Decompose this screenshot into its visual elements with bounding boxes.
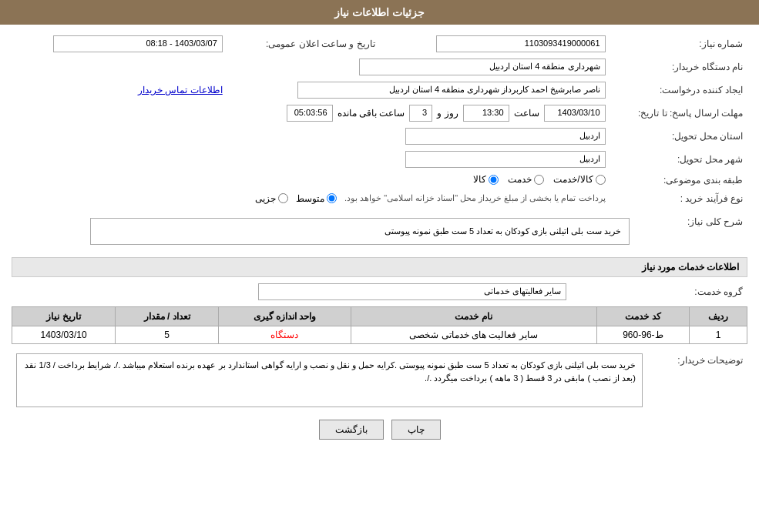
announcement-value: 1403/03/07 - 08:18	[53, 35, 223, 52]
service-group-label: گروه خدمت:	[571, 280, 747, 303]
remaining-label: ساعت باقی مانده	[338, 108, 405, 119]
cell-date: 1403/03/10	[12, 326, 116, 343]
send-time-value: 13:30	[463, 105, 509, 122]
purchase-type-label: نوع فرآیند خرید :	[610, 190, 747, 207]
city-value: اردبیل	[405, 151, 606, 168]
page-title: جزئیات اطلاعات نیاز	[0, 0, 759, 25]
city-label: شهر محل تحویل:	[610, 148, 747, 171]
col-date: تاریخ نیاز	[12, 306, 116, 326]
creator-value: ناصر صابرشیخ احمد کاربرداز شهرداری منطقه…	[297, 82, 606, 99]
purchase-option-jozii[interactable]: جزیی	[255, 193, 288, 204]
category-option-kala[interactable]: کالا	[473, 174, 499, 185]
category-radio-group: کالا/خدمت خدمت کالا	[473, 174, 605, 185]
col-name: نام خدمت	[351, 306, 596, 326]
services-section-title: اطلاعات خدمات مورد نیاز	[12, 257, 747, 277]
province-label: استان محل تحویل:	[610, 125, 747, 148]
buyer-description-label: توضیحات خریدار:	[647, 350, 747, 410]
cell-unit: دستگاه	[219, 326, 351, 343]
need-number-label: شماره نیاز:	[610, 32, 747, 55]
send-date-value: 1403/03/10	[544, 105, 606, 122]
contact-link[interactable]: اطلاعات تماس خریدار	[138, 85, 223, 95]
purchase-option-mutavassit[interactable]: متوسط	[296, 193, 337, 204]
purchase-description: پرداخت تمام یا بخشی از مبلغ خریداز محل "…	[344, 193, 606, 203]
send-time-label: ساعت	[514, 108, 539, 119]
send-days-value: 3	[409, 105, 432, 122]
send-days-label: روز و	[437, 108, 458, 119]
print-button[interactable]: چاپ	[391, 420, 441, 440]
back-button[interactable]: بازگشت	[319, 420, 384, 440]
category-label: طبقه بندی موضوعی:	[610, 171, 747, 190]
cell-name: سایر فعالیت های خدماتی شخصی	[351, 326, 596, 343]
send-date-label: مهلت ارسال پاسخ: تا تاریخ:	[610, 102, 747, 125]
category-option-kala-khadamat[interactable]: کالا/خدمت	[553, 174, 605, 185]
remaining-value: 05:03:56	[287, 105, 333, 122]
services-table: ردیف کد خدمت نام خدمت واحد اندازه گیری ت…	[12, 306, 747, 344]
buyer-org-value: شهرداری منطقه 4 استان اردبیل	[359, 59, 606, 75]
province-value: اردبیل	[405, 128, 606, 145]
buyer-description-value: خرید ست بلی اتیلنی بازی کودکان به تعداد …	[16, 353, 643, 407]
need-description-label: شرح کلی نیاز:	[634, 212, 747, 251]
cell-row: 1	[690, 326, 747, 343]
col-qty: تعداد / مقدار	[116, 306, 219, 326]
col-row: ردیف	[690, 306, 747, 326]
col-unit: واحد اندازه گیری	[219, 306, 351, 326]
cell-code: ط-96-960	[596, 326, 690, 343]
buyer-org-label: نام دستگاه خریدار:	[610, 55, 747, 79]
table-row: 1 ط-96-960 سایر فعالیت های خدماتی شخصی د…	[12, 326, 747, 343]
col-code: کد خدمت	[596, 306, 690, 326]
need-description-value: خرید ست بلی اتیلنی بازی کودکان به تعداد …	[96, 223, 624, 239]
creator-label: ایجاد کننده درخواست:	[610, 79, 747, 102]
service-group-value: سایر فعالیتهای خدماتی	[258, 283, 566, 300]
action-buttons: چاپ بازگشت	[12, 420, 747, 440]
category-option-khadamat[interactable]: خدمت	[508, 174, 544, 185]
cell-qty: 5	[116, 326, 219, 343]
announcement-label: تاریخ و ساعت اعلان عمومی:	[227, 32, 380, 55]
need-number-value: 1103093419000061	[436, 35, 606, 52]
